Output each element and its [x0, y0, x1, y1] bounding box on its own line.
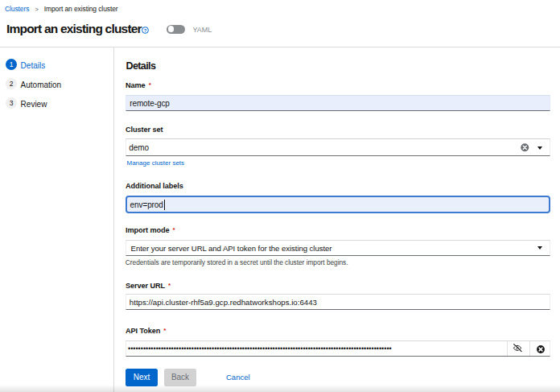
svg-text:?: ? — [144, 28, 147, 33]
